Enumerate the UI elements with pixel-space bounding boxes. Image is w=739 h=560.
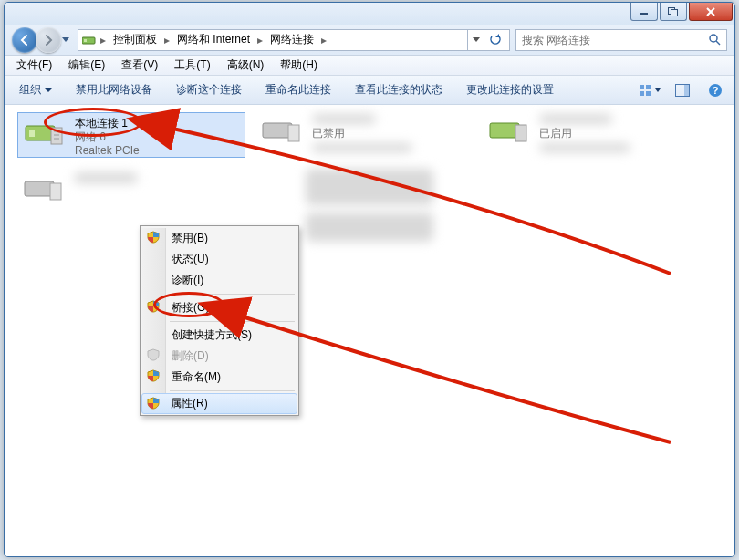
svg-rect-10 [646,91,651,96]
close-button[interactable] [689,3,733,21]
ctx-delete: 删除(D) [142,346,297,367]
ethernet-adapter-icon [23,172,67,209]
titlebar [5,3,734,25]
svg-rect-8 [646,85,651,89]
breadcrumb-dropdown[interactable] [467,30,484,50]
menu-edit[interactable]: 编辑(E) [62,56,111,75]
ctx-label: 诊断(I) [172,273,203,288]
maximize-icon [668,7,679,16]
maximize-button[interactable] [660,3,687,21]
back-button[interactable] [12,27,37,53]
svg-rect-23 [490,123,519,138]
toolbar-organize[interactable]: 组织 [10,80,61,99]
breadcrumb-separator: ▸ [319,34,328,47]
svg-rect-12 [684,85,689,96]
toolbar-diagnose[interactable]: 诊断这个连接 [167,80,251,99]
svg-rect-22 [288,125,299,141]
ctx-label: 禁用(B) [172,231,208,246]
ctx-bridge[interactable]: 桥接(G) [142,297,297,318]
preview-pane-button[interactable] [669,84,696,97]
ctx-disable[interactable]: 禁用(B) [142,228,297,249]
toolbar-rename[interactable]: 重命名此连接 [256,80,340,99]
svg-rect-16 [29,130,35,137]
help-icon: ? [708,83,723,98]
shield-icon [147,348,161,363]
toolbar-view-status[interactable]: 查看此连接的状态 [346,80,452,99]
chevron-down-icon [655,88,661,92]
forward-button[interactable] [36,27,61,53]
shield-icon [147,369,161,384]
toolbar-change-settings[interactable]: 更改此连接的设置 [457,80,563,99]
ctx-create-shortcut[interactable]: 创建快捷方式(S) [142,325,297,346]
connection-local-area-1[interactable]: 本地连接 1 网络 6 Realtek PCIe [17,112,245,158]
breadcrumb-network-internet[interactable]: 网络和 Internet [173,30,254,50]
menu-tools[interactable]: 工具(T) [168,56,216,75]
address-row: ▸ 控制面板 ▸ 网络和 Internet ▸ 网络连接 ▸ [5,25,734,56]
search-box[interactable] [515,29,727,51]
ctx-label: 属性(R) [171,396,208,411]
ctx-label: 状态(U) [172,252,209,267]
menu-help[interactable]: 帮助(H) [274,56,324,75]
connection-network: 网络 6 [75,130,140,144]
connection-status: 已禁用 [312,127,412,140]
separator [170,294,295,295]
shield-icon [147,231,161,245]
svg-rect-26 [50,183,61,200]
breadcrumb-separator: ▸ [162,34,172,47]
ctx-diagnose[interactable]: 诊断(I) [142,270,297,291]
view-mode-button[interactable] [636,84,663,97]
connection-title: 本地连接 1 [75,117,140,130]
breadcrumb-network-connections[interactable]: 网络连接 [266,30,317,50]
svg-point-5 [710,35,717,42]
ctx-status[interactable]: 状态(U) [142,249,297,270]
minimize-button[interactable] [630,3,658,21]
separator [170,390,295,391]
ctx-label: 桥接(G) [172,300,209,316]
window-network-connections: ▸ 控制面板 ▸ 网络和 Internet ▸ 网络连接 ▸ [4,2,735,557]
toolbar-organize-label: 组织 [19,82,41,98]
breadcrumb-separator: ▸ [99,34,108,47]
shield-icon [147,300,161,315]
toolbar: 组织 禁用此网络设备 诊断这个连接 重命名此连接 查看此连接的状态 更改此连接的… [5,76,734,105]
svg-rect-24 [515,125,526,141]
svg-text:?: ? [713,85,719,96]
chevron-down-icon [62,37,69,43]
svg-rect-7 [640,85,644,89]
ctx-label: 删除(D) [172,348,209,364]
connection-status: 已启用 [539,127,630,140]
chevron-down-icon [473,37,480,43]
close-icon [705,7,716,16]
ctx-label: 重命名(M) [172,369,221,385]
arrow-left-icon [18,34,31,47]
ethernet-adapter-icon [261,114,305,150]
ctx-properties[interactable]: 属性(R) [141,393,297,414]
connection-item[interactable] [17,169,245,214]
search-input[interactable] [520,33,708,47]
content-area[interactable]: 本地连接 1 网络 6 Realtek PCIe 已禁用 [5,105,734,556]
network-adapter-icon [82,33,97,47]
svg-rect-25 [25,181,54,196]
connection-item[interactable]: 已禁用 [255,110,484,156]
connection-item[interactable]: 已启用 [483,110,711,156]
minimize-icon [640,7,649,16]
menu-view[interactable]: 查看(V) [115,56,164,75]
breadcrumb[interactable]: ▸ 控制面板 ▸ 网络和 Internet ▸ 网络连接 ▸ [78,29,510,51]
menu-file[interactable]: 文件(F) [10,56,58,75]
svg-rect-2 [671,9,678,16]
preview-pane-icon [675,84,690,97]
shield-icon [147,397,161,411]
ethernet-adapter-icon [24,117,68,153]
help-button[interactable]: ? [702,83,729,98]
view-tiles-icon [639,84,653,97]
refresh-icon [489,34,502,47]
svg-rect-9 [640,91,644,96]
menu-advanced[interactable]: 高级(N) [221,56,271,75]
breadcrumb-separator: ▸ [255,34,265,47]
toolbar-disable-device[interactable]: 禁用此网络设备 [67,80,161,99]
breadcrumb-control-panel[interactable]: 控制面板 [109,30,161,50]
refresh-button[interactable] [484,30,505,50]
search-icon [708,33,723,47]
ctx-rename[interactable]: 重命名(M) [142,367,297,388]
nav-history-dropdown[interactable] [59,30,72,50]
chevron-down-icon [45,88,52,96]
